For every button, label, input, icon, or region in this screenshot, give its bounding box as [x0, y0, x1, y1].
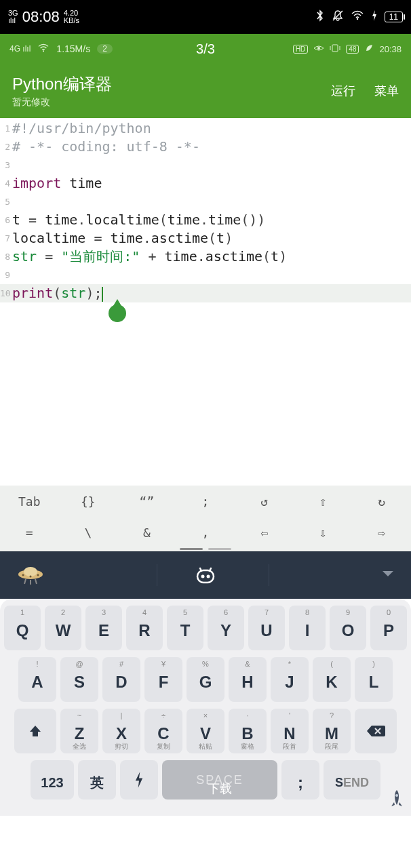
code-line[interactable]: 5	[0, 193, 411, 211]
sec-time: 20:38	[379, 44, 402, 54]
semicolon-key[interactable]: ;	[281, 760, 319, 800]
key-q[interactable]: 1Q	[4, 606, 41, 650]
code-content[interactable]: t = time.localtime(time.time())	[12, 211, 265, 229]
space-key[interactable]: SPACE 下载	[162, 760, 277, 800]
sec-speed: 1.15M/s	[56, 43, 90, 54]
key-e[interactable]: 3E	[85, 606, 122, 650]
key-a[interactable]: !A	[18, 657, 56, 702]
shortcut-key[interactable]: ↻	[352, 494, 411, 509]
code-content[interactable]: #!/usr/bin/python	[12, 119, 151, 138]
key-h[interactable]: &H	[229, 657, 267, 702]
code-line[interactable]: 4import time	[0, 174, 411, 193]
key-f[interactable]: ¥F	[144, 657, 182, 702]
send-suffix: END	[343, 776, 369, 789]
line-number: 10	[0, 284, 12, 302]
ufo-icon[interactable]	[16, 564, 45, 587]
svg-rect-15	[197, 570, 214, 583]
numeric-key[interactable]: 123	[31, 760, 74, 800]
line-number: 4	[0, 174, 12, 193]
key-g[interactable]: %G	[187, 657, 224, 702]
svg-point-8	[24, 567, 37, 576]
collapse-keyboard-icon[interactable]	[381, 569, 395, 581]
key-y[interactable]: 6Y	[208, 606, 244, 650]
code-line[interactable]: 9	[0, 266, 411, 284]
shift-key[interactable]	[14, 709, 56, 753]
charging-icon	[371, 9, 378, 24]
code-content[interactable]: # -*- coding: utf-8 -*-	[12, 138, 200, 156]
shortcut-key[interactable]: ⇦	[235, 526, 294, 540]
code-line[interactable]: 1#!/usr/bin/python	[0, 119, 411, 138]
key-o[interactable]: 9O	[330, 606, 366, 650]
download-label: 下载	[208, 781, 232, 797]
sec-battery: 48	[346, 45, 359, 54]
menu-button[interactable]: 菜单	[374, 83, 399, 99]
key-b[interactable]: ·B窗格	[229, 709, 267, 753]
line-number: 3	[0, 156, 12, 174]
line-number: 5	[0, 193, 12, 211]
shortcut-key[interactable]: \	[59, 526, 118, 540]
cursor-handle[interactable]	[109, 304, 126, 322]
shortcut-key[interactable]: ,	[176, 526, 235, 540]
key-r[interactable]: 4R	[126, 606, 163, 650]
app-header: Python编译器 暂无修改 运行 菜单	[0, 64, 411, 118]
key-t[interactable]: 5T	[167, 606, 203, 650]
robot-icon[interactable]	[193, 565, 218, 585]
shortcut-key[interactable]: Tab	[0, 494, 59, 509]
sec-signal: 4G ılıl	[9, 44, 31, 54]
key-s[interactable]: @S	[60, 657, 98, 702]
key-l[interactable]: )L	[355, 657, 393, 702]
code-line[interactable]: 2# -*- coding: utf-8 -*-	[0, 138, 411, 156]
key-d[interactable]: #D	[102, 657, 140, 702]
svg-rect-4	[332, 45, 338, 52]
code-line[interactable]: 7localtime = time.asctime(t)	[0, 229, 411, 248]
eye-icon	[313, 44, 324, 54]
backspace-key[interactable]	[355, 709, 397, 753]
line-number: 9	[0, 266, 12, 284]
key-p[interactable]: 0P	[370, 606, 407, 650]
editor-blank[interactable]	[0, 302, 411, 486]
key-x[interactable]: |X剪切	[102, 709, 140, 753]
hd-indicator: HD	[293, 45, 308, 54]
shortcut-key[interactable]: =	[0, 526, 59, 540]
shortcut-key[interactable]: {}	[59, 494, 118, 509]
shortcut-key[interactable]: ⇧	[294, 494, 353, 509]
code-line[interactable]: 6t = time.localtime(time.time())	[0, 211, 411, 229]
code-line[interactable]: 3	[0, 156, 411, 174]
run-button[interactable]: 运行	[331, 83, 355, 99]
key-v[interactable]: ×V粘贴	[187, 709, 224, 753]
signal-bars: ılıl	[8, 17, 18, 24]
code-content[interactable]: localtime = time.asctime(t)	[12, 229, 233, 248]
key-k[interactable]: (K	[313, 657, 351, 702]
send-key[interactable]: SEND	[324, 760, 380, 800]
key-z[interactable]: ~Z全选	[60, 709, 98, 753]
code-line[interactable]: 8str = "当前时间:" + time.asctime(t)	[0, 248, 411, 266]
keyboard-toolbar	[0, 551, 411, 599]
key-u[interactable]: 7U	[248, 606, 285, 650]
code-content[interactable]: print(str);	[12, 284, 103, 302]
svg-point-17	[207, 575, 210, 578]
line-number: 1	[0, 119, 12, 138]
code-editor[interactable]: 1#!/usr/bin/python2# -*- coding: utf-8 -…	[0, 118, 411, 302]
code-line[interactable]: 10print(str);	[0, 284, 411, 302]
sec-badge: 2	[97, 44, 113, 54]
shortcut-key[interactable]: ⇩	[294, 526, 353, 540]
lightning-key[interactable]	[120, 760, 158, 800]
shortcut-key[interactable]: “”	[117, 494, 176, 509]
language-key[interactable]: 英	[78, 760, 116, 800]
key-i[interactable]: 8I	[289, 606, 326, 650]
shortcut-key[interactable]: ↺	[235, 494, 294, 509]
code-content[interactable]: str = "当前时间:" + time.asctime(t)	[12, 248, 287, 266]
key-m[interactable]: ?M段尾	[313, 709, 351, 753]
key-w[interactable]: 2W	[45, 606, 81, 650]
code-content[interactable]: import time	[12, 174, 102, 193]
dnd-icon	[332, 9, 344, 24]
shortcut-key[interactable]: ⇨	[352, 526, 411, 540]
key-j[interactable]: *J	[271, 657, 309, 702]
svg-point-20	[395, 794, 398, 797]
bluetooth-icon	[315, 9, 325, 25]
shortcut-key[interactable]: &	[117, 526, 176, 540]
line-number: 7	[0, 229, 12, 248]
shortcut-key[interactable]: ;	[176, 494, 235, 509]
key-c[interactable]: ÷C复制	[144, 709, 182, 753]
key-n[interactable]: 'N段首	[271, 709, 309, 753]
